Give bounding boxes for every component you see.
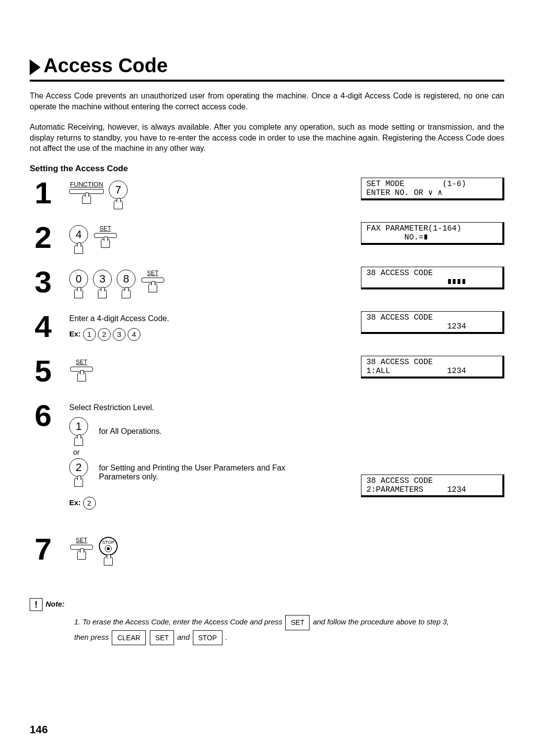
- set-key: SET: [69, 537, 94, 560]
- step-text: Enter a 4-digit Access Code.: [69, 314, 351, 323]
- set-key: SET: [93, 225, 118, 248]
- option-2-desc: for Setting and Printing the User Parame…: [99, 464, 297, 481]
- digit-key-1: 1: [69, 417, 88, 446]
- set-label: SET: [93, 225, 118, 232]
- lcd-display: 38 ACCESS CODE ∎∎∎∎: [361, 267, 504, 289]
- example-line: Ex: 1 2 3 4: [69, 328, 351, 341]
- note-text: then press: [74, 633, 111, 641]
- press-icon: [82, 195, 91, 204]
- lcd-display: FAX PARAMETER(1-164) NO.=∎: [361, 222, 504, 245]
- step-number: 4: [30, 311, 69, 342]
- step-number: 2: [30, 222, 69, 253]
- note-text: and: [177, 633, 191, 641]
- option-1-row: 1 for All Operations.: [69, 417, 351, 446]
- step-6: 6 Select Restriction Level. 1 for All Op…: [30, 400, 504, 529]
- note-text: 1. To erase the Access Code, enter the A…: [74, 617, 284, 626]
- stop-inner-icon: [105, 545, 112, 552]
- press-icon: [104, 557, 113, 566]
- lcd-display: 38 ACCESS CODE 2:PARAMETERS 1234: [361, 474, 504, 497]
- lcd-display: SET MODE (1-6) ENTER NO. OR ∨ ∧: [361, 178, 504, 200]
- step-text: Select Restriction Level.: [69, 403, 351, 412]
- step-number: 6: [30, 400, 69, 431]
- stop-key: STOP: [99, 537, 118, 566]
- step-number: 5: [30, 356, 69, 386]
- function-label: FUNCTION: [70, 181, 103, 188]
- step-number: 7: [30, 534, 69, 565]
- stop-circle-icon: STOP: [99, 537, 118, 556]
- digit-label: 1: [69, 417, 88, 436]
- subheading: Setting the Access Code: [30, 164, 504, 174]
- digit-key-3: 3: [93, 270, 112, 298]
- example-label: Ex:: [69, 498, 81, 507]
- page-title: Access Code: [44, 54, 168, 80]
- alert-icon: !: [30, 598, 43, 611]
- set-key: SET: [140, 270, 165, 292]
- step-5: 5 SET 38 ACCESS CODE 1:ALL 1234: [30, 356, 504, 395]
- digit-label: 4: [69, 225, 88, 244]
- note-body: 1. To erase the Access Code, enter the A…: [74, 615, 504, 645]
- digit-key-7: 7: [109, 181, 128, 209]
- intro-paragraph-2: Automatic Receiving, however, is always …: [30, 122, 504, 154]
- or-text: or: [73, 448, 351, 456]
- note-label: Note:: [45, 600, 64, 608]
- lcd-display: 38 ACCESS CODE 1234: [361, 311, 504, 334]
- digit-label: 8: [117, 270, 135, 288]
- press-icon: [148, 284, 157, 292]
- step-7: 7 SET STOP: [30, 534, 504, 573]
- note-text: .: [225, 633, 227, 641]
- option-2-row: 2 for Setting and Printing the User Para…: [69, 458, 351, 487]
- clear-button-box: CLEAR: [112, 630, 146, 646]
- set-label: SET: [69, 359, 94, 366]
- digit-label: 2: [69, 458, 88, 477]
- step-3: 3 0 3 8 SET 38 ACCESS CODE: [30, 267, 504, 306]
- stop-label: STOP: [102, 540, 114, 545]
- step-4: 4 Enter a 4-digit Access Code. Ex: 1 2 3…: [30, 311, 504, 351]
- digit-label: 7: [109, 181, 128, 199]
- right-triangle-icon: [30, 59, 41, 75]
- step-number: 3: [30, 267, 69, 297]
- example-line: Ex: 2: [69, 497, 351, 510]
- digit-label: 0: [69, 270, 88, 288]
- note-block: ! Note: 1. To erase the Access Code, ent…: [30, 598, 504, 645]
- press-icon: [98, 289, 107, 298]
- option-1-desc: for All Operations.: [99, 427, 162, 436]
- set-label: SET: [140, 270, 165, 277]
- press-icon: [74, 289, 83, 298]
- press-icon: [77, 373, 86, 381]
- press-icon: [114, 200, 123, 209]
- digit-key-4: 4: [69, 225, 88, 254]
- press-icon: [74, 437, 83, 446]
- note-text: and follow the procedure above to step 3…: [313, 617, 449, 626]
- press-icon: [101, 239, 110, 248]
- digit-key-4: 4: [128, 328, 140, 341]
- press-icon: [122, 289, 131, 298]
- digit-key-0: 0: [69, 270, 88, 298]
- press-icon: [77, 551, 86, 560]
- press-icon: [74, 478, 83, 487]
- digit-key-2: 2: [83, 497, 96, 510]
- example-label: Ex:: [69, 330, 81, 338]
- press-icon: [74, 245, 83, 254]
- stop-button-box: STOP: [193, 630, 222, 646]
- digit-key-1: 1: [83, 328, 96, 341]
- digit-key-2: 2: [98, 328, 111, 341]
- digit-key-3: 3: [113, 328, 126, 341]
- step-1: 1 FUNCTION 7 SET MODE (1-6) ENTER NO. OR…: [30, 178, 504, 217]
- set-button-box: SET: [285, 615, 310, 630]
- page-number: 146: [30, 723, 48, 736]
- set-button-box: SET: [150, 630, 174, 646]
- function-key: FUNCTION: [69, 181, 104, 204]
- digit-key-8: 8: [117, 270, 135, 298]
- step-number: 1: [30, 178, 69, 208]
- title-block: Access Code: [30, 54, 504, 82]
- digit-label: 3: [93, 270, 112, 288]
- intro-paragraph-1: The Access Code prevents an unauthorized…: [30, 91, 504, 112]
- lcd-display: 38 ACCESS CODE 1:ALL 1234: [361, 356, 504, 378]
- set-key: SET: [69, 359, 94, 381]
- step-2: 2 4 SET FAX PARAMETER(1-164) NO.=∎: [30, 222, 504, 262]
- digit-key-2: 2: [69, 458, 88, 487]
- set-label: SET: [69, 537, 94, 544]
